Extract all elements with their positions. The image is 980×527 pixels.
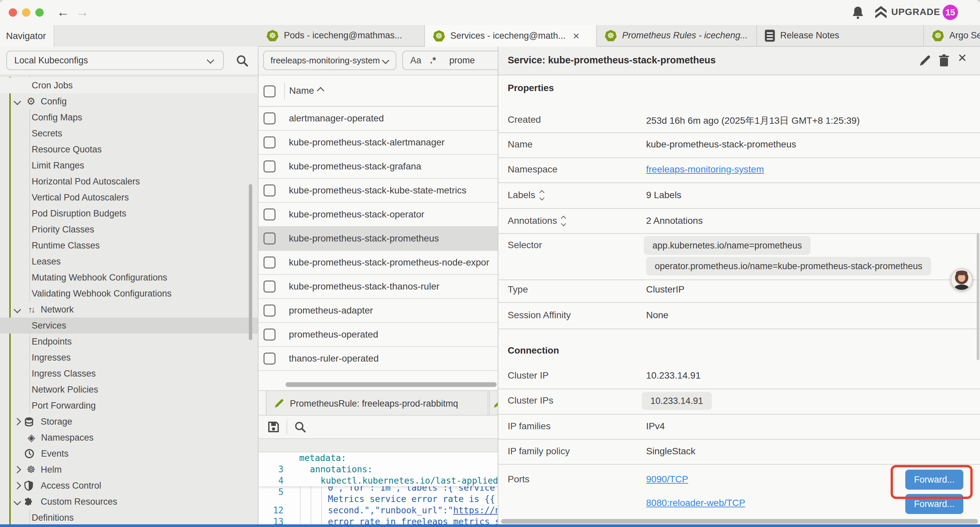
regex-toggle[interactable]: .* bbox=[430, 56, 436, 66]
delete-icon[interactable] bbox=[937, 54, 951, 68]
tab-release-notes[interactable]: Release Notes bbox=[757, 25, 924, 46]
table-row[interactable]: kube-prometheus-stack-alertmanager bbox=[259, 131, 498, 155]
maximize-window-button[interactable] bbox=[35, 8, 44, 17]
cluster-ip-value: 10.233.14.91 bbox=[646, 370, 701, 381]
header-divider bbox=[284, 83, 285, 99]
sidebar-item-definitions[interactable]: Definitions bbox=[0, 509, 259, 524]
sidebar-item-pod-disruption-budgets[interactable]: Pod Disruption Budgets bbox=[0, 205, 259, 221]
sidebar-item-ingress-classes[interactable]: Ingress Classes bbox=[0, 366, 259, 382]
sidebar-item-limit-ranges[interactable]: Limit Ranges bbox=[0, 158, 259, 174]
sidebar-item-mutating-webhook-configurations[interactable]: Mutating Webhook Configurations bbox=[0, 269, 259, 285]
row-checkbox[interactable] bbox=[264, 353, 275, 365]
forward-button[interactable]: → bbox=[76, 5, 89, 19]
sidebar-item-secrets[interactable]: Secrets bbox=[0, 126, 259, 142]
yaml-editor[interactable]: 0","for":"1m","labels":{"service":" 12 M… bbox=[259, 452, 498, 524]
row-checkbox[interactable] bbox=[264, 280, 275, 293]
bell-icon[interactable] bbox=[851, 5, 865, 20]
table-row[interactable]: kube-prometheus-stack-thanos-ruler bbox=[259, 275, 498, 299]
tab-prometheus-rules[interactable]: ☸ Prometheus Rules - icecheng... bbox=[597, 25, 757, 46]
sidebar-item-leases[interactable]: Leases bbox=[0, 253, 259, 269]
sidebar-item-custom-resources[interactable]: Custom Resources bbox=[0, 494, 259, 509]
search-icon[interactable] bbox=[235, 54, 249, 67]
sidebar-item-namespaces[interactable]: ◈ Namespaces bbox=[0, 430, 259, 446]
table-row[interactable]: kube-prometheus-stack-prometheus-node-ex… bbox=[259, 251, 498, 275]
save-icon[interactable] bbox=[267, 420, 280, 434]
edit-icon[interactable] bbox=[918, 54, 931, 67]
details-horizontal-scrollbar[interactable] bbox=[501, 519, 978, 524]
close-panel-icon[interactable]: × bbox=[958, 49, 967, 66]
table-row[interactable]: prometheus-adapter bbox=[259, 299, 498, 323]
kubernetes-icon: ☸ bbox=[605, 30, 617, 41]
annotations-label[interactable]: Annotations bbox=[508, 215, 565, 226]
port-link[interactable]: 9090/TCP bbox=[646, 474, 688, 485]
sidebar-item-helm[interactable]: ☸ Helm bbox=[0, 462, 259, 478]
sort-ascending-icon[interactable] bbox=[317, 87, 325, 95]
sidebar-item-access-control[interactable]: Access Control bbox=[0, 478, 259, 494]
sidebar-item-endpoints[interactable]: Endpoints bbox=[0, 334, 259, 350]
sidebar-item-network-policies[interactable]: Network Policies bbox=[0, 382, 259, 398]
sidebar-item-port-forwarding[interactable]: Port Forwarding bbox=[0, 398, 259, 414]
sidebar-item-services[interactable]: Services bbox=[0, 318, 259, 334]
match-case-toggle[interactable]: Aa bbox=[410, 56, 421, 66]
table-row[interactable]: kube-prometheus-stack-grafana bbox=[259, 155, 498, 179]
tab-pods[interactable]: ☸ Pods - icecheng@mathmas... bbox=[259, 25, 425, 46]
tab-services[interactable]: ☸ Services - icecheng@math... × bbox=[425, 25, 597, 47]
row-checkbox[interactable] bbox=[264, 161, 275, 172]
minimize-window-button[interactable] bbox=[22, 8, 30, 17]
details-scrollbar[interactable] bbox=[977, 234, 979, 360]
sidebar-item-validating-webhook-configurations[interactable]: Validating Webhook Configurations bbox=[0, 285, 259, 301]
row-checkbox[interactable] bbox=[264, 112, 275, 124]
namespace-link[interactable]: freeleaps-monitoring-system bbox=[646, 164, 764, 175]
sidebar-item-config-maps[interactable]: Config Maps bbox=[0, 110, 259, 126]
back-button[interactable]: ← bbox=[57, 5, 69, 19]
table-row[interactable]: kube-prometheus-stack-operator bbox=[259, 203, 498, 227]
row-checkbox[interactable] bbox=[264, 185, 275, 196]
sidebar-item-storage[interactable]: Storage bbox=[0, 414, 259, 430]
code-link[interactable]: https://net bbox=[453, 505, 498, 515]
search-input[interactable]: Aa .* prome bbox=[402, 51, 498, 70]
table-row[interactable]: prometheus-operated bbox=[259, 323, 498, 347]
table-header: Name bbox=[259, 75, 498, 107]
sidebar-item-resource-quotas[interactable]: Resource Quotas bbox=[0, 142, 259, 158]
editor-tab-next[interactable] bbox=[489, 391, 498, 416]
notification-badge[interactable]: 15 bbox=[943, 5, 958, 20]
editor-search-icon[interactable] bbox=[294, 420, 307, 433]
close-window-button[interactable] bbox=[9, 8, 17, 17]
table-horizontal-scrollbar[interactable] bbox=[286, 382, 497, 387]
upgrade-label[interactable]: UPGRADE bbox=[891, 7, 940, 18]
sidebar-item-events[interactable]: Events bbox=[0, 446, 259, 462]
sidebar-item-vertical-pod-autoscalers[interactable]: Vertical Pod Autoscalers bbox=[0, 189, 259, 205]
sidebar-item-runtime-classes[interactable]: Runtime Classes bbox=[0, 237, 259, 253]
upgrade-icon[interactable] bbox=[874, 5, 888, 20]
row-checkbox[interactable] bbox=[264, 328, 275, 341]
kubeconfig-select[interactable]: Local Kubeconfigs bbox=[6, 51, 224, 70]
sidebar-item-horizontal-pod-autoscalers[interactable]: Horizontal Pod Autoscalers bbox=[0, 174, 259, 189]
row-checkbox[interactable] bbox=[264, 232, 275, 245]
sidebar-item-network[interactable]: ↑↓ Network bbox=[0, 301, 259, 318]
table-row[interactable]: alertmanager-operated bbox=[259, 107, 498, 131]
row-checkbox[interactable] bbox=[264, 256, 275, 269]
row-checkbox[interactable] bbox=[264, 304, 275, 317]
port-link[interactable]: 8080:reloader-web/TCP bbox=[646, 498, 745, 508]
tab-navigator[interactable]: Navigator bbox=[0, 25, 54, 47]
tab-argo[interactable]: ☸ Argo Se bbox=[924, 25, 980, 46]
puzzle-icon bbox=[24, 497, 38, 507]
select-all-checkbox[interactable] bbox=[264, 85, 275, 97]
namespace-select[interactable]: freeleaps-monitoring-system bbox=[263, 51, 396, 70]
labels-label[interactable]: Labels bbox=[508, 190, 544, 201]
editor-tab-prometheusrule[interactable]: PrometheusRule: freeleaps-prod-rabbitmq bbox=[266, 391, 488, 416]
sidebar-item-config[interactable]: ⚙ Config bbox=[0, 93, 259, 110]
sidebar-item-priority-classes[interactable]: Priority Classes bbox=[0, 221, 259, 237]
row-checkbox[interactable] bbox=[264, 137, 275, 148]
row-checkbox[interactable] bbox=[264, 209, 275, 220]
sidebar-item-cron-jobs[interactable]: Cron Jobs bbox=[0, 77, 259, 93]
sidebar-scrollbar[interactable] bbox=[249, 184, 252, 340]
table-row-selected[interactable]: kube-prometheus-stack-prometheus bbox=[259, 227, 498, 251]
column-header-name[interactable]: Name bbox=[289, 85, 314, 96]
sidebar-item-ingresses[interactable]: Ingresses bbox=[0, 350, 259, 366]
ports-label: Ports bbox=[508, 474, 529, 485]
close-tab-icon[interactable]: × bbox=[573, 29, 580, 42]
table-row[interactable]: kube-prometheus-stack-kube-state-metrics bbox=[259, 179, 498, 203]
avatar[interactable] bbox=[951, 269, 973, 291]
table-row[interactable]: thanos-ruler-operated bbox=[259, 347, 498, 371]
